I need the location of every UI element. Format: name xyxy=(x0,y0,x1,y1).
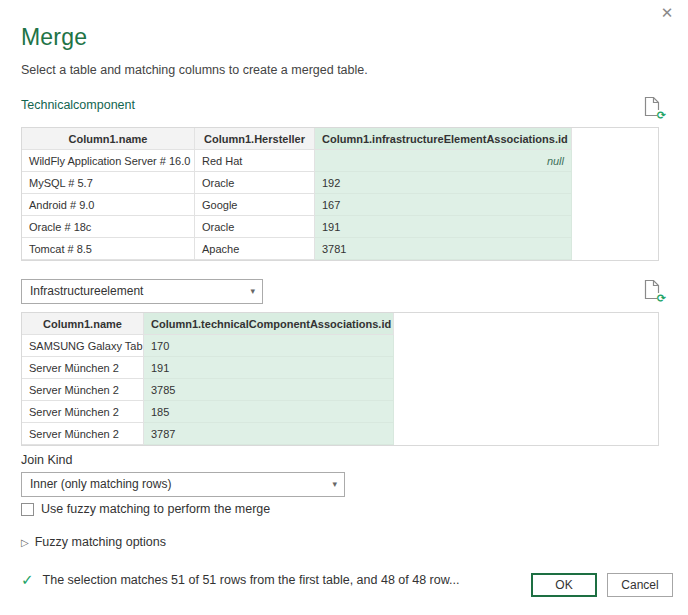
second-table-selector-value: Infrastructureelement xyxy=(30,284,143,298)
column-header[interactable]: Column1.name xyxy=(22,128,195,150)
table-cell[interactable]: 192 xyxy=(315,172,572,194)
second-table-selector[interactable]: Infrastructureelement ▾ xyxy=(21,279,263,304)
table-cell[interactable]: 191 xyxy=(144,357,394,379)
table-cell[interactable]: 3787 xyxy=(144,423,394,445)
table-row: Server München 2185 xyxy=(22,401,394,423)
table-cell[interactable]: WildFly Application Server # 16.0 xyxy=(22,150,195,172)
expander-arrow-icon: ▷ xyxy=(21,537,29,548)
ok-button[interactable]: OK xyxy=(531,573,597,597)
table-cell[interactable]: Red Hat xyxy=(195,150,315,172)
chevron-down-icon: ▾ xyxy=(250,280,255,303)
table-row: SAMSUNG Galaxy Tab170 xyxy=(22,335,394,357)
merge-dialog: { "dialog": { "title": "Merge", "subtitl… xyxy=(0,0,688,615)
table-cell[interactable]: Google xyxy=(195,194,315,216)
fuzzy-options-expander[interactable]: ▷ Fuzzy matching options xyxy=(21,535,166,549)
first-table-source-label: Technicalcomponent xyxy=(21,98,135,112)
second-table: Column1.nameColumn1.technicalComponentAs… xyxy=(21,312,394,445)
table-cell[interactable]: Server München 2 xyxy=(22,357,144,379)
table-cell[interactable]: Oracle xyxy=(195,172,315,194)
table-cell[interactable]: Oracle # 18c xyxy=(22,216,195,238)
fuzzy-options-label: Fuzzy matching options xyxy=(35,535,166,549)
join-kind-dropdown[interactable]: Inner (only matching rows) ▾ xyxy=(21,472,345,497)
table-cell[interactable]: SAMSUNG Galaxy Tab xyxy=(22,335,144,357)
close-icon[interactable]: ✕ xyxy=(657,3,677,23)
column-header[interactable]: Column1.technicalComponentAssociations.i… xyxy=(144,313,394,335)
match-status: ✓ The selection matches 51 of 51 rows fr… xyxy=(21,571,459,589)
table-cell[interactable]: null xyxy=(315,150,572,172)
refresh-arrows-icon: ⟳ xyxy=(657,110,666,121)
table-cell[interactable]: 185 xyxy=(144,401,394,423)
table-cell[interactable]: 3785 xyxy=(144,379,394,401)
table-row: Server München 23785 xyxy=(22,379,394,401)
join-kind-value: Inner (only matching rows) xyxy=(30,477,171,491)
refresh-preview-icon[interactable]: ⟳ xyxy=(644,96,664,119)
join-kind-label: Join Kind xyxy=(21,453,72,467)
table-cell[interactable]: MySQL # 5.7 xyxy=(22,172,195,194)
fuzzy-matching-checkbox-label: Use fuzzy matching to perform the merge xyxy=(41,502,270,516)
fuzzy-matching-checkbox[interactable] xyxy=(21,503,34,516)
first-table-container: Column1.nameColumn1.HerstellerColumn1.in… xyxy=(21,127,659,261)
column-header[interactable]: Column1.Hersteller xyxy=(195,128,315,150)
table-row: Oracle # 18cOracle191 xyxy=(22,216,572,238)
cancel-button[interactable]: Cancel xyxy=(607,573,673,597)
match-status-text: The selection matches 51 of 51 rows from… xyxy=(43,573,460,587)
table-row: Tomcat # 8.5Apache3781 xyxy=(22,238,572,260)
table-cell[interactable]: Tomcat # 8.5 xyxy=(22,238,195,260)
dialog-subtitle: Select a table and matching columns to c… xyxy=(21,63,368,77)
table-row: Android # 9.0Google167 xyxy=(22,194,572,216)
refresh-arrows-icon: ⟳ xyxy=(657,293,666,304)
chevron-down-icon: ▾ xyxy=(332,473,337,496)
table-cell[interactable]: 3781 xyxy=(315,238,572,260)
table-row: WildFly Application Server # 16.0Red Hat… xyxy=(22,150,572,172)
table-cell[interactable]: Server München 2 xyxy=(22,379,144,401)
table-cell[interactable]: 170 xyxy=(144,335,394,357)
first-table: Column1.nameColumn1.HerstellerColumn1.in… xyxy=(21,127,572,260)
table-cell[interactable]: 167 xyxy=(315,194,572,216)
table-row: Server München 2191 xyxy=(22,357,394,379)
table-cell[interactable]: Apache xyxy=(195,238,315,260)
second-table-container: Column1.nameColumn1.technicalComponentAs… xyxy=(21,312,659,446)
column-header[interactable]: Column1.name xyxy=(22,313,144,335)
check-icon: ✓ xyxy=(21,571,34,589)
table-cell[interactable]: Android # 9.0 xyxy=(22,194,195,216)
table-row: Server München 23787 xyxy=(22,423,394,445)
table-cell[interactable]: Oracle xyxy=(195,216,315,238)
table-row: MySQL # 5.7Oracle192 xyxy=(22,172,572,194)
refresh-preview-icon[interactable]: ⟳ xyxy=(644,279,664,302)
fuzzy-matching-row: Use fuzzy matching to perform the merge xyxy=(21,502,270,516)
table-cell[interactable]: 191 xyxy=(315,216,572,238)
dialog-title: Merge xyxy=(21,24,87,51)
table-cell[interactable]: Server München 2 xyxy=(22,423,144,445)
table-cell[interactable]: Server München 2 xyxy=(22,401,144,423)
column-header[interactable]: Column1.infrastructureElementAssociation… xyxy=(315,128,572,150)
